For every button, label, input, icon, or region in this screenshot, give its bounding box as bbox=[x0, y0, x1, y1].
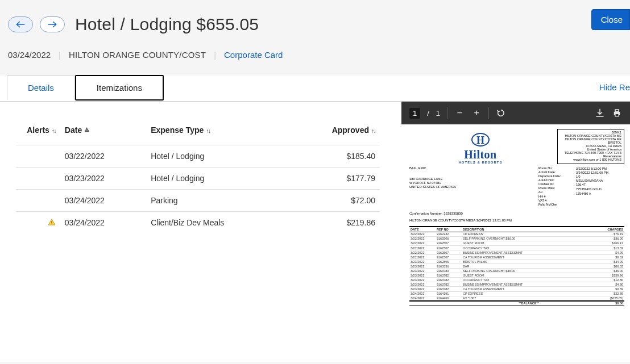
receipt-charge-row: 3/22/20229162232CP EXPRESS$76.19 bbox=[409, 232, 624, 236]
receipt-charge-row: 3/23/20229163782GUEST ROOM$159.96 bbox=[409, 273, 624, 278]
table-row[interactable]: 03/22/2022Hotel / Lodging$185.40 bbox=[16, 145, 380, 168]
receipt-charge-row: 3/23/20229163782OCCUPANCY TAX$12.80 bbox=[409, 278, 624, 282]
close-button[interactable]: Close bbox=[591, 9, 630, 30]
hide-receipt-link[interactable]: Hide Re bbox=[599, 82, 630, 92]
receipt-charge-row: 3/24/20229164466AX *1307($655.05) bbox=[409, 296, 624, 301]
receipt-charge-row: 3/22/20229162507OCCUPANCY TAX$13.32 bbox=[409, 246, 624, 250]
receipt-panel: 1 / 1 − + H bbox=[401, 102, 630, 362]
sort-asc-icon: ≜ bbox=[84, 127, 89, 134]
col-approved[interactable]: Approved↑↓ bbox=[288, 115, 380, 145]
meta-separator: | bbox=[59, 50, 61, 60]
receipt-hotel-info-box: 509/K1 HILTON ORANGE COUNTY/COSTA ME HIL… bbox=[557, 129, 624, 164]
col-date[interactable]: Date≜ bbox=[60, 115, 146, 145]
download-icon bbox=[595, 108, 605, 118]
col-alerts[interactable]: Alerts↑↓ bbox=[16, 115, 60, 145]
nav-forward-button[interactable] bbox=[40, 16, 65, 32]
warning-icon bbox=[48, 219, 56, 225]
download-button[interactable] bbox=[595, 108, 605, 118]
svg-rect-0 bbox=[51, 221, 52, 223]
meta-date: 03/24/2022 bbox=[8, 50, 51, 60]
table-row[interactable]: 03/23/2022Hotel / Lodging$177.79 bbox=[16, 168, 380, 190]
receipt-charge-row: 3/23/20229162895BRISTOL PALMS$34.09 bbox=[409, 260, 624, 264]
receipt-document[interactable]: H Hilton HOTELS & RESORTS 509/K1 HILTON … bbox=[404, 124, 630, 362]
receipt-charge-row: 3/22/20229162506SELF PARKING OVERNIGHT $… bbox=[409, 236, 624, 241]
receipt-meta-labels: Room No: Arrival Date: Departure Date: A… bbox=[538, 166, 573, 206]
receipt-charges-table: DATE REF NO DESCRIPTION CHARGES 3/22/202… bbox=[409, 226, 624, 306]
itemizations-panel: Alerts↑↓ Date≜ Expense Type↑↓ Approved↑↓… bbox=[0, 102, 401, 362]
meta-separator: | bbox=[214, 50, 216, 60]
receipt-guest-block: BAIL, ERIC 380 CARRIAGE LANE WYCKOFF NJ … bbox=[409, 166, 483, 206]
svg-rect-3 bbox=[615, 110, 619, 112]
zoom-in-button[interactable]: + bbox=[471, 108, 482, 118]
pdf-page-total: 1 bbox=[436, 109, 440, 118]
zoom-out-button[interactable]: − bbox=[454, 108, 465, 118]
svg-rect-4 bbox=[615, 114, 619, 117]
receipt-charge-row: 3/23/20229163782BUSINESS IMPROVEMENT ASS… bbox=[409, 282, 624, 287]
hilton-h-icon: H bbox=[471, 132, 490, 147]
receipt-charge-row: 3/23/20229163336BAR$86.33 bbox=[409, 264, 624, 269]
receipt-charge-row: 3/22/20229162507CA TOURISM ASSESSMENT$0.… bbox=[409, 255, 624, 260]
arrow-left-icon bbox=[15, 20, 26, 28]
print-button[interactable] bbox=[612, 108, 622, 118]
nav-back-button[interactable] bbox=[8, 16, 33, 32]
hilton-logo: H Hilton HOTELS & RESORTS bbox=[409, 129, 552, 164]
receipt-charge-row: 3/23/20229163780SELF PARKING OVERNIGHT $… bbox=[409, 269, 624, 273]
pdf-toolbar: 1 / 1 − + bbox=[401, 102, 630, 124]
receipt-charge-row: 3/23/20229163782CA TOURISM ASSESSMENT$0.… bbox=[409, 287, 624, 291]
tab-details[interactable]: Details bbox=[7, 76, 75, 100]
svg-rect-1 bbox=[51, 224, 52, 224]
receipt-meta-values: 3/22/2022 8:13:00 PM 3/24/2022 12:01:00 … bbox=[576, 166, 624, 206]
receipt-charge-row: 3/24/20229164191CP EXPRESS$22.89 bbox=[409, 291, 624, 296]
receipt-confirmation: Confirmation Number: 3238335830 bbox=[409, 212, 624, 216]
receipt-billed-line: HILTON ORANGE COUNTY/COSTA MESA 3/24/202… bbox=[409, 219, 624, 223]
svg-text:H: H bbox=[476, 135, 484, 146]
header-bar: Hotel / Lodging $655.05 bbox=[0, 0, 630, 37]
page-title: Hotel / Lodging $655.05 bbox=[75, 15, 259, 34]
receipt-charge-row: 3/22/20229162507BUSINESS IMPROVEMENT ASS… bbox=[409, 250, 624, 255]
col-expense-type[interactable]: Expense Type↑↓ bbox=[146, 115, 288, 145]
print-icon bbox=[612, 108, 622, 118]
rotate-button[interactable] bbox=[496, 108, 506, 118]
table-row[interactable]: 03/24/2022Client/Biz Dev Meals$219.86 bbox=[16, 212, 380, 234]
meta-vendor: HILTON ORANGE COUNTY/COST bbox=[69, 50, 206, 60]
rotate-icon bbox=[496, 108, 506, 118]
meta-row: 03/24/2022 | HILTON ORANGE COUNTY/COST |… bbox=[0, 37, 630, 68]
pdf-page-slash: / bbox=[427, 109, 429, 118]
table-row[interactable]: 03/24/2022Parking$72.00 bbox=[16, 190, 380, 212]
itemizations-table: Alerts↑↓ Date≜ Expense Type↑↓ Approved↑↓… bbox=[16, 115, 380, 233]
meta-payment-link[interactable]: Corporate Card bbox=[224, 50, 283, 60]
receipt-charge-row: 3/22/20229162507GUEST ROOM$166.47 bbox=[409, 241, 624, 245]
pdf-page-current[interactable]: 1 bbox=[409, 108, 420, 119]
arrow-right-icon bbox=[47, 20, 57, 28]
tab-strip: Details Itemizations Hide Re bbox=[0, 76, 630, 102]
receipt-balance-row: **BALANCE**$0.00 bbox=[409, 301, 624, 306]
tab-itemizations[interactable]: Itemizations bbox=[75, 75, 164, 101]
